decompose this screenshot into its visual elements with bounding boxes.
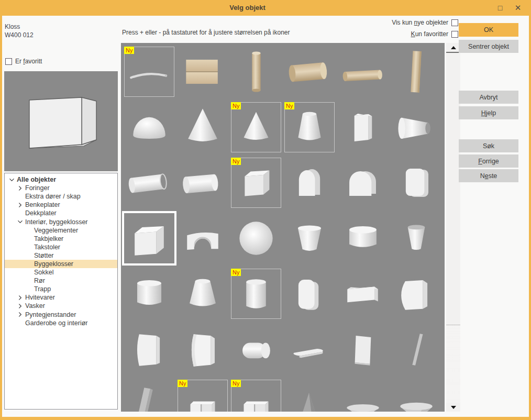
grid-item-cyl-v[interactable]: Ny [231,269,281,319]
cone-tall-icon [178,102,228,152]
tree-item-byggeklosser[interactable]: Byggeklosser [5,260,117,268]
grid-item-blocks-two[interactable]: Ny [178,380,228,412]
show-only-new-label: Vis kun nye objekter [392,19,448,26]
grid-item-dome[interactable] [124,102,174,152]
center-object-button[interactable]: Sentrer objekt [459,40,518,53]
grid-item-slab-v[interactable] [338,102,388,152]
grid-item-cube[interactable]: Ny [231,158,281,208]
ok-button[interactable]: OK [459,23,518,37]
tree-item-label: Støtter [34,251,54,260]
tree-item-sokkel[interactable]: Sokkel [5,268,117,277]
grid-item-rounded-corner-box[interactable] [391,269,441,319]
grid-item-wood-planks[interactable] [178,47,228,97]
arrow-up-icon [451,46,456,49]
tree-item-støtter[interactable]: Støtter [5,251,117,260]
tree-item-hvitevarer[interactable]: Hvitevarer [5,293,117,302]
grid-item-plate-flat[interactable] [284,324,335,374]
grid-item-plank-slant[interactable] [124,380,174,412]
checkbox-box-icon[interactable] [5,58,12,65]
selected-object-code: W400 012 [5,31,34,39]
chevron-right-icon [17,295,25,301]
grid-item-wood-plank-v[interactable] [391,47,441,97]
wedge-dark-icon [284,380,335,412]
grid-item-pill-h[interactable] [231,324,281,374]
favorite-checkbox[interactable]: Er favoritt [5,58,42,65]
object-preview [4,71,118,171]
slab-v-icon [338,102,388,152]
grid-item-panel-thin[interactable] [338,324,388,374]
grid-item-arch-bridge[interactable] [178,213,228,263]
grid-item-frustum[interactable]: Ny [284,102,335,152]
tree-item-pyntegjenstander[interactable]: Pyntegjenstander [5,311,117,319]
scroll-up-button[interactable] [446,43,460,52]
maximize-icon[interactable]: □ [492,2,508,14]
grid-item-wood-log[interactable] [284,47,335,97]
grid-item-rod-curved[interactable]: Ny [124,47,174,97]
grid-item-rounded-slab[interactable] [391,158,441,208]
previous-button[interactable]: Forrige [459,154,518,168]
tree-item-label: Vasker [25,302,45,310]
grid-item-bucket[interactable] [284,213,335,263]
tree-item-alle-objekter[interactable]: Alle objekter [5,175,117,184]
search-button[interactable]: Søk [459,139,518,152]
checkbox-box-icon[interactable] [451,31,458,38]
checkbox-box-icon[interactable] [451,19,458,26]
category-tree: Alle objekterForingerEkstra dører / skap… [4,173,118,410]
tree-item-takbjelker[interactable]: Takbjelker [5,235,117,243]
tree-item-garderobe-og-interiør[interactable]: Garderobe og interiør [5,319,117,327]
grid-item-cone[interactable]: Ny [231,102,281,152]
cube-icon [231,158,281,207]
tree-item-veggelementer[interactable]: Veggelementer [5,226,117,235]
grid-item-tube-open[interactable] [124,158,174,208]
grid-scrollbar[interactable] [446,43,460,412]
tree-item-ekstra-dører-skap[interactable]: Ekstra dører / skap [5,192,117,201]
grid-item-blocks-two[interactable]: Ny [231,380,281,412]
tree-item-interiør-byggeklosser[interactable]: Interiør, byggeklosser [5,217,117,226]
only-favorites-checkbox[interactable]: Kun favoritter [411,30,458,38]
grid-item-wood-log-small[interactable] [338,47,388,97]
cancel-button[interactable]: Avbryt [459,91,518,104]
close-icon[interactable]: ✕ [510,2,526,14]
grid-item-wedge-dark[interactable] [284,380,335,412]
grid-item-cone-flat-inv[interactable] [338,380,388,412]
grid-item-wall-h[interactable] [338,269,388,319]
help-button[interactable]: Hjelp [459,106,518,119]
grid-item-arch-narrow[interactable] [284,158,335,208]
grid-item-rod-slant[interactable] [391,324,441,374]
grid-item-arch-wide[interactable] [338,158,388,208]
tree-item-foringer[interactable]: Foringer [5,184,117,192]
cone-inv-icon [391,380,441,412]
tree-item-trapp[interactable]: Trapp [5,285,117,293]
chevron-down-icon [17,219,25,225]
grid-item-frustum-wide[interactable] [178,269,228,319]
grid-item-funnel-h[interactable] [391,102,441,152]
grid-item-box-round-tall[interactable] [124,324,174,374]
object-grid: NyNyNyNyNyNyNy [121,43,445,412]
tree-item-rør[interactable]: Rør [5,277,117,285]
next-button[interactable]: Neste [459,169,518,182]
bucket-icon [284,213,335,263]
grid-item-cone-tall[interactable] [178,102,228,152]
wood-log-small-icon [338,47,388,97]
grid-item-drum[interactable] [338,213,388,263]
grid-item-cone-inv[interactable] [391,380,441,412]
panel-thin-icon [338,324,388,374]
grid-item-rounded-box-tall[interactable] [284,269,335,319]
scroll-down-button[interactable] [446,403,460,412]
grid-item-box-round-tall2[interactable] [178,324,228,374]
grid-item-sphere[interactable] [231,213,281,263]
show-only-new-checkbox[interactable]: Vis kun nye objekter [392,19,458,26]
bucket-narrow-icon [391,213,441,263]
new-badge: Ny [124,47,134,54]
grid-item-cyl-squat[interactable] [124,269,174,319]
tree-item-takstoler[interactable]: Takstoler [5,243,117,251]
grid-item-wood-cyl-v[interactable] [231,47,281,97]
tree-item-vasker[interactable]: Vasker [5,302,117,310]
scroll-thumb[interactable] [446,52,460,325]
grid-item-bucket-narrow[interactable] [391,213,441,263]
tree-item-benkeplater[interactable]: Benkeplater [5,201,117,209]
grid-item-cylinder-h[interactable] [178,158,228,208]
grid-item-cube-big[interactable] [124,213,174,263]
tree-item-label: Sokkel [34,268,54,277]
tree-item-dekkplater[interactable]: Dekkplater [5,209,117,217]
